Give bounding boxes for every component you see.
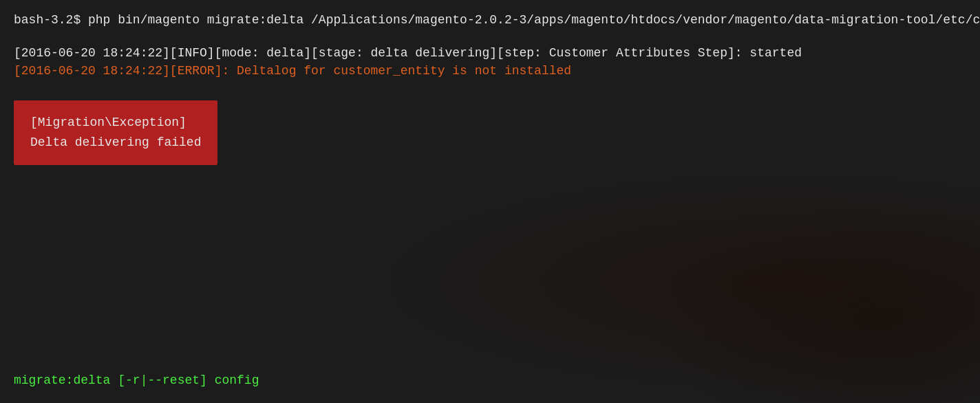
bottom-section: migrate:delta [-r|--reset] config <box>14 371 259 389</box>
blank-line-2 <box>14 80 966 95</box>
terminal-content: bash-3.2$ php bin/magento migrate:delta … <box>14 11 966 171</box>
terminal-window: bash-3.2$ php bin/magento migrate:delta … <box>0 0 980 403</box>
info-line: [2016-06-20 18:24:22][INFO][mode: delta]… <box>14 44 966 62</box>
command-line: bash-3.2$ php bin/magento migrate:delta … <box>14 11 966 29</box>
error-line: [2016-06-20 18:24:22][ERROR]: Deltalog f… <box>14 62 966 80</box>
exception-line-1: [Migration\Exception] <box>30 113 201 133</box>
exception-box: [Migration\Exception] Delta delivering f… <box>14 100 217 165</box>
usage-line: migrate:delta [-r|--reset] config <box>14 371 259 389</box>
blank-line-1 <box>14 29 966 44</box>
exception-line-2: Delta delivering failed <box>30 133 201 153</box>
